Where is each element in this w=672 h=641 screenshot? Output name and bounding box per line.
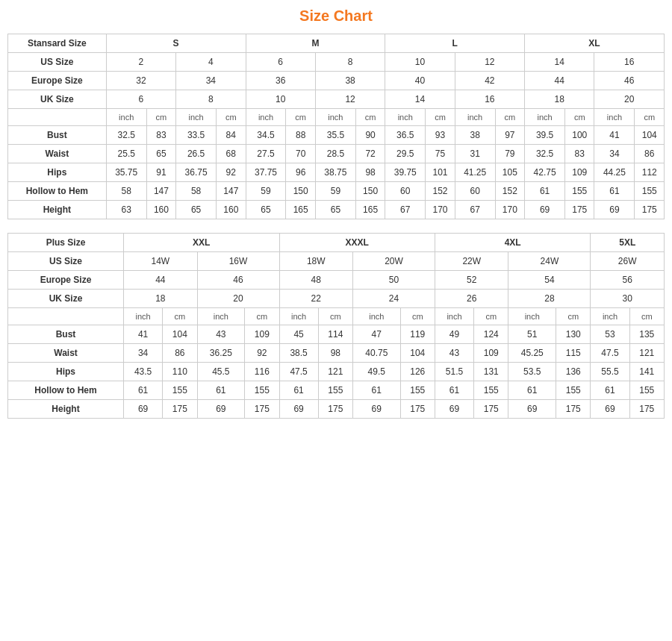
table-cell: 175 — [245, 400, 279, 419]
table-cell: 116 — [245, 363, 279, 381]
table-cell: 69 — [508, 400, 556, 419]
table-cell: 63 — [106, 201, 146, 219]
plus-height-label: Height — [8, 400, 124, 419]
table-cell: 40.75 — [353, 344, 401, 363]
unit-cell: inch — [106, 109, 146, 126]
table-cell: 69 — [279, 400, 318, 419]
table-cell: 45 — [279, 325, 318, 344]
table-cell: 47.5 — [279, 363, 318, 381]
table-cell: 16 — [455, 90, 524, 109]
table-cell: 109 — [245, 325, 279, 344]
table-cell: 86 — [635, 145, 665, 163]
table-cell: 10 — [385, 53, 455, 72]
table-cell: 46 — [594, 72, 665, 90]
unit-cell: inch — [385, 109, 426, 126]
page-title: Size Chart — [7, 7, 665, 25]
standard-size-table: Stansard Size S M L XL US Size 2 4 6 8 1… — [7, 34, 665, 219]
unit-cell: inch — [124, 308, 163, 325]
table-cell: 65 — [146, 145, 175, 163]
table-cell: 175 — [565, 201, 594, 219]
table-cell: 47.5 — [591, 344, 629, 363]
table-cell: 98 — [318, 344, 352, 363]
table-cell: 38.5 — [279, 344, 318, 363]
table-cell: 58 — [176, 182, 217, 201]
l-header: L — [385, 34, 525, 53]
table-cell: 32.5 — [106, 126, 146, 145]
plus-waist-label: Waist — [8, 344, 124, 363]
table-cell: 51 — [508, 325, 556, 344]
5xl-header: 5XL — [591, 234, 665, 252]
table-cell: 39.5 — [525, 126, 565, 145]
table-cell: 54 — [508, 271, 591, 290]
table-cell: 42.75 — [525, 163, 565, 182]
table-cell: 51.5 — [435, 363, 473, 381]
table-cell: 38 — [455, 126, 495, 145]
table-cell: 41 — [124, 325, 163, 344]
table-cell: 44.25 — [594, 163, 635, 182]
table-cell: 96 — [286, 163, 315, 182]
table-cell: 112 — [635, 163, 665, 182]
xl-header: XL — [525, 34, 665, 53]
table-cell: 155 — [556, 381, 591, 400]
table-cell: 121 — [318, 363, 352, 381]
table-cell: 147 — [217, 182, 246, 201]
table-cell: 61 — [591, 381, 629, 400]
us-size-label: US Size — [8, 53, 107, 72]
table-cell: 36 — [246, 72, 315, 90]
table-cell: 20W — [353, 252, 435, 271]
table-cell: 101 — [426, 163, 455, 182]
table-cell: 20 — [594, 90, 665, 109]
table-cell: 69 — [435, 400, 473, 419]
table-cell: 165 — [286, 201, 315, 219]
unit-cell: cm — [163, 308, 197, 325]
bust-label: Bust — [8, 126, 107, 145]
table-cell: 49 — [435, 325, 473, 344]
table-cell: 88 — [286, 126, 315, 145]
table-cell: 52 — [435, 271, 508, 290]
unit-cell: cm — [355, 109, 385, 126]
table-cell: 60 — [455, 182, 495, 201]
unit-cell: inch — [176, 109, 217, 126]
table-cell: 16W — [197, 252, 279, 271]
unit-cell: inch — [279, 308, 318, 325]
table-cell: 26.5 — [176, 145, 217, 163]
table-cell: 14 — [525, 53, 594, 72]
s-header: S — [106, 34, 246, 53]
table-cell: 155 — [245, 381, 279, 400]
table-cell: 69 — [353, 400, 401, 419]
unit-cell: cm — [245, 308, 279, 325]
table-cell: 115 — [556, 344, 591, 363]
unit-cell: inch — [508, 308, 556, 325]
table-cell: 97 — [495, 126, 524, 145]
table-cell: 34.5 — [246, 126, 286, 145]
table-cell: 175 — [474, 400, 508, 419]
table-cell: 69 — [591, 400, 629, 419]
table-cell: 18 — [124, 290, 198, 308]
table-cell: 20 — [197, 290, 279, 308]
unit-cell: cm — [556, 308, 591, 325]
unit-cell: inch — [594, 109, 635, 126]
table-cell: 22 — [279, 290, 353, 308]
table-cell: 130 — [556, 325, 591, 344]
unit-cell: cm — [635, 109, 665, 126]
table-cell: 160 — [217, 201, 246, 219]
height-label: Height — [8, 201, 107, 219]
table-cell: 126 — [400, 363, 435, 381]
uk-size-label: UK Size — [8, 90, 107, 109]
unit-cell: inch — [315, 109, 355, 126]
table-cell: 155 — [163, 381, 197, 400]
table-cell: 109 — [565, 163, 594, 182]
table-cell: 26W — [591, 252, 665, 271]
4xl-header: 4XL — [435, 234, 590, 252]
table-cell: 43 — [435, 344, 473, 363]
table-cell: 39.75 — [385, 163, 426, 182]
unit-cell: inch — [591, 308, 629, 325]
table-cell: 4 — [176, 53, 246, 72]
table-cell: 28.5 — [315, 145, 355, 163]
table-cell: 121 — [629, 344, 664, 363]
table-cell: 61 — [525, 182, 565, 201]
table-cell: 41.25 — [455, 163, 495, 182]
table-cell: 104 — [400, 344, 435, 363]
unit-cell: cm — [474, 308, 508, 325]
table-cell: 2 — [106, 53, 175, 72]
